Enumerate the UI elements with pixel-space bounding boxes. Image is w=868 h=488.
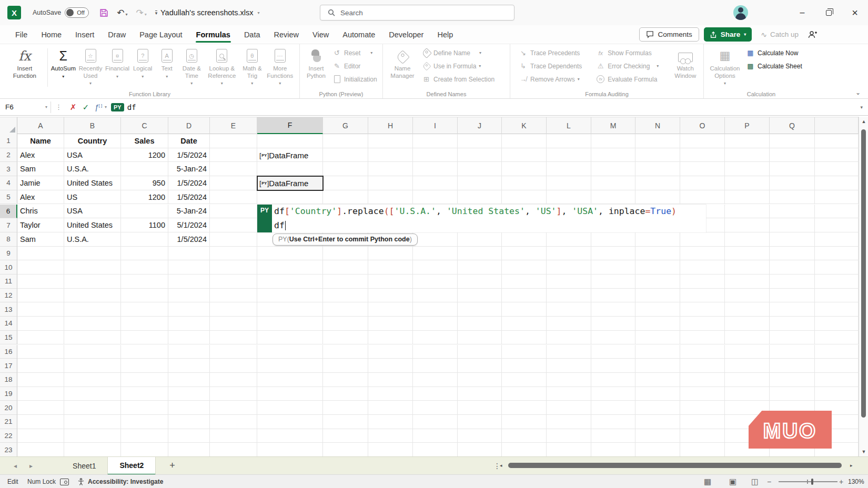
grid-cell-E12[interactable] xyxy=(210,289,257,303)
grid-cell-D13[interactable] xyxy=(168,302,210,317)
grid-cell-M11[interactable] xyxy=(591,274,635,289)
grid-cell-A2[interactable]: Alex xyxy=(17,148,64,162)
grid-cell-Q8[interactable] xyxy=(770,232,815,247)
row-header-20[interactable]: 20 xyxy=(0,401,17,415)
grid-cell-K21[interactable] xyxy=(502,415,547,429)
grid-cell-K19[interactable] xyxy=(502,387,547,401)
grid-cell-L8[interactable] xyxy=(547,232,591,247)
grid-cell-A6[interactable]: Chris xyxy=(17,205,64,219)
grid-cell-M19[interactable] xyxy=(591,387,635,401)
grid-cell-M4[interactable] xyxy=(591,176,635,190)
hscroll-left-icon[interactable]: ◂ xyxy=(500,463,502,468)
grid-cell-K13[interactable] xyxy=(502,302,547,317)
grid-cell-K4[interactable] xyxy=(502,176,547,190)
zoom-in-icon[interactable]: + xyxy=(839,475,843,488)
grid-cell-H20[interactable] xyxy=(368,401,413,415)
grid-cell-N23[interactable] xyxy=(635,443,680,456)
row-header-23[interactable]: 23 xyxy=(0,443,17,456)
grid-cell-F3[interactable] xyxy=(257,162,323,176)
define-name-button[interactable]: Define Name ▾ xyxy=(420,46,497,59)
grid-cell-C9[interactable] xyxy=(121,247,168,261)
grid-cell-E21[interactable] xyxy=(210,415,257,429)
row-header-10[interactable]: 10 xyxy=(0,260,17,274)
formula-bar-input[interactable]: df xyxy=(127,103,136,111)
page-layout-view-icon[interactable]: ▣ xyxy=(729,475,750,488)
grid-cell-I14[interactable] xyxy=(413,317,458,331)
grid-cell-D20[interactable] xyxy=(168,401,210,415)
grid-cell-O20[interactable] xyxy=(680,401,725,415)
undo-button[interactable]: ↶▾ xyxy=(117,7,127,18)
grid-cell-M17[interactable] xyxy=(591,359,635,373)
avatar[interactable] xyxy=(733,5,748,20)
grid-cell-G10[interactable] xyxy=(323,260,368,274)
grid-cell-P10[interactable] xyxy=(725,260,770,274)
tab-page-layout[interactable]: Page Layout xyxy=(133,25,189,44)
grid-cell-C22[interactable] xyxy=(121,429,168,443)
column-header-M[interactable]: M xyxy=(591,117,635,134)
grid-cell-A9[interactable] xyxy=(17,247,64,261)
grid-cell-L21[interactable] xyxy=(547,415,591,429)
insert-function-formula-icon[interactable]: ƒ[ ] xyxy=(92,103,105,111)
grid-cell-A18[interactable] xyxy=(17,373,64,387)
grid-cell-B13[interactable] xyxy=(64,302,121,317)
share-button[interactable]: Share ▾ xyxy=(704,27,752,42)
grid-cell-E2[interactable] xyxy=(210,148,257,162)
grid-cell-C17[interactable] xyxy=(121,359,168,373)
grid-cell-J21[interactable] xyxy=(458,415,502,429)
grid-cell-J22[interactable] xyxy=(458,429,502,443)
grid-cell-Q6[interactable] xyxy=(770,205,815,219)
grid-cell-E16[interactable] xyxy=(210,345,257,359)
search-input[interactable]: Search xyxy=(320,5,514,21)
grid-cell-E1[interactable] xyxy=(210,134,257,148)
grid-cell-A17[interactable] xyxy=(17,359,64,373)
grid-cell-L17[interactable] xyxy=(547,359,591,373)
grid-cell-I5[interactable] xyxy=(413,190,458,205)
grid-cell-A12[interactable] xyxy=(17,289,64,303)
grid-cell-C7[interactable]: 1100 xyxy=(121,218,168,232)
tab-developer[interactable]: Developer xyxy=(382,25,430,44)
sheet-tab-sheet2[interactable]: Sheet2 xyxy=(107,457,156,475)
column-header-N[interactable]: N xyxy=(635,117,680,134)
insert-python-button[interactable]: Insert Python xyxy=(304,46,328,81)
grid-cell-E18[interactable] xyxy=(210,373,257,387)
grid-cell-P8[interactable] xyxy=(725,232,770,247)
grid-cell-Q12[interactable] xyxy=(770,289,815,303)
grid-cell-B8[interactable]: U.S.A. xyxy=(64,232,121,247)
grid-cell-F15[interactable] xyxy=(257,331,323,345)
grid-cell-M8[interactable] xyxy=(591,232,635,247)
grid-cell-B11[interactable] xyxy=(64,274,121,289)
grid-cell-F14[interactable] xyxy=(257,317,323,331)
row-header-12[interactable]: 12 xyxy=(0,289,17,303)
sheet-nav-right-icon[interactable]: ▸ xyxy=(23,462,39,470)
grid-cell-A3[interactable]: Sam xyxy=(17,162,64,176)
grid-cell-H15[interactable] xyxy=(368,331,413,345)
grid-cell-G15[interactable] xyxy=(323,331,368,345)
grid-cell-L19[interactable] xyxy=(547,387,591,401)
grid-cell-G23[interactable] xyxy=(323,443,368,456)
close-icon[interactable]: × xyxy=(842,0,868,25)
grid-cell-L1[interactable] xyxy=(547,134,591,148)
grid-cell-D17[interactable] xyxy=(168,359,210,373)
grid-cell-J12[interactable] xyxy=(458,289,502,303)
cancel-icon[interactable]: ✗ xyxy=(67,103,79,112)
grid-cell-I16[interactable] xyxy=(413,345,458,359)
grid-cell-O21[interactable] xyxy=(680,415,725,429)
grid-cell-K3[interactable] xyxy=(502,162,547,176)
grid-cell-H10[interactable] xyxy=(368,260,413,274)
grid-cell-P1[interactable] xyxy=(725,134,770,148)
column-header-O[interactable]: O xyxy=(680,117,725,134)
row-header-1[interactable]: 1 xyxy=(0,134,17,148)
calculation-options-button[interactable]: ▦ Calculation Options ▾ xyxy=(708,46,742,87)
grid-cell-N13[interactable] xyxy=(635,302,680,317)
grid-cell-B14[interactable] xyxy=(64,317,121,331)
grid-cell-F12[interactable] xyxy=(257,289,323,303)
accessibility-status[interactable]: Accessibility: Investigate xyxy=(88,475,163,488)
grid-cell-J1[interactable] xyxy=(458,134,502,148)
grid-cell-L13[interactable] xyxy=(547,302,591,317)
grid-cell-G12[interactable] xyxy=(323,289,368,303)
grid-cell-D4[interactable]: 1/5/2024 xyxy=(168,176,210,190)
grid-cell-J16[interactable] xyxy=(458,345,502,359)
row-header-13[interactable]: 13 xyxy=(0,302,17,317)
grid-cell-P17[interactable] xyxy=(725,359,770,373)
grid-cell-O3[interactable] xyxy=(680,162,725,176)
